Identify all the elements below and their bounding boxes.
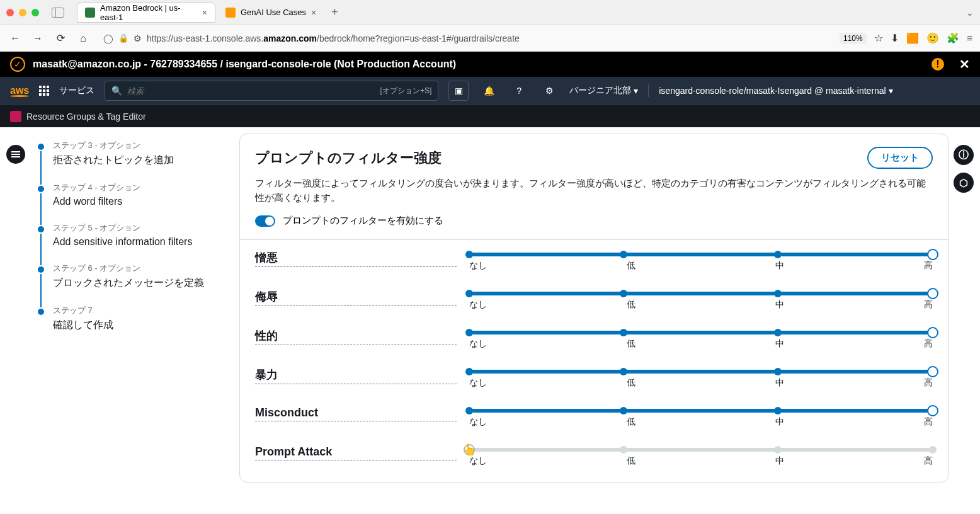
sidebar-hamburger-button[interactable] xyxy=(6,145,25,164)
resource-groups-bar[interactable]: Resource Groups & Tag Editor xyxy=(0,105,980,127)
url-field[interactable]: ◯ 🔒 ⚙ https://us-east-1.console.aws.amaz… xyxy=(98,33,832,43)
browser-tab-bar: Amazon Bedrock | us-east-1 × GenAI Use C… xyxy=(0,0,980,25)
notifications-icon[interactable]: 🔔 xyxy=(479,81,499,101)
slider-tick xyxy=(620,407,627,414)
filter-name: Prompt Attack xyxy=(255,445,457,460)
wizard-sidebar: ステップ 3 - オプション拒否されたトピックを追加ステップ 4 - オプション… xyxy=(0,127,233,514)
filter-strength-panel: プロンプトのフィルター強度 リセット フィルター強度によってフィルタリングの度合… xyxy=(239,134,949,483)
close-tab-icon[interactable]: × xyxy=(311,8,316,18)
slider-label-mid: 中 xyxy=(775,260,784,271)
slider-tick xyxy=(620,329,627,336)
filter-slider[interactable]: なし低中高 xyxy=(469,250,933,271)
close-tab-icon[interactable]: × xyxy=(202,8,207,18)
filter-slider[interactable]: 👆なし低中高 xyxy=(469,445,933,467)
slider-label-high: 高 xyxy=(924,416,933,428)
warning-icon[interactable]: ! xyxy=(932,58,944,71)
slider-label-mid: 中 xyxy=(775,338,784,350)
slider-label-low: 低 xyxy=(627,299,635,311)
extension-icon[interactable]: 🟧 xyxy=(906,32,919,44)
step-title: 確認して作成 xyxy=(53,319,220,332)
step-label: ステップ 5 - オプション xyxy=(53,222,220,234)
help-icon[interactable]: ? xyxy=(509,81,529,101)
forward-button[interactable]: → xyxy=(30,33,45,44)
slider-thumb[interactable] xyxy=(927,249,938,260)
search-input[interactable] xyxy=(127,86,375,96)
filter-name: Misconduct xyxy=(255,406,457,421)
tab-favicon-icon xyxy=(85,8,95,18)
enable-filter-toggle[interactable] xyxy=(255,215,275,227)
slider-tick xyxy=(620,290,627,297)
settings-icon[interactable]: ⚙ xyxy=(539,81,559,101)
search-box[interactable]: 🔍 [オプション+S] xyxy=(105,81,438,101)
main-content: ⓘ ⬡ ステップ 3 - オプション拒否されたトピックを追加ステップ 4 - オ… xyxy=(0,127,980,514)
slider-label-high: 高 xyxy=(924,260,933,271)
minimize-window-button[interactable] xyxy=(19,9,26,16)
filter-row: 暴力なし低中高 xyxy=(255,367,933,389)
services-grid-icon[interactable] xyxy=(39,86,49,96)
home-button[interactable]: ⌂ xyxy=(76,33,91,44)
step-title: Add sensitive information filters xyxy=(53,236,220,248)
tabs-overflow-icon[interactable]: ⌄ xyxy=(966,8,974,18)
filter-row: Prompt Attack👆なし低中高 xyxy=(255,445,933,467)
slider-thumb[interactable] xyxy=(927,288,938,299)
browser-tab-active[interactable]: Amazon Bedrock | us-east-1 × xyxy=(77,3,215,23)
browser-toolbar: ← → ⟳ ⌂ ◯ 🔒 ⚙ https://us-east-1.console.… xyxy=(0,25,980,52)
services-link[interactable]: サービス xyxy=(59,85,94,96)
bookmark-icon[interactable]: ☆ xyxy=(874,32,883,44)
wizard-step[interactable]: ステップ 3 - オプション拒否されたトピックを追加 xyxy=(38,140,220,167)
info-button[interactable]: ⓘ xyxy=(954,145,974,165)
cloudshell-icon[interactable]: ▣ xyxy=(448,81,469,101)
filter-name: 侮辱 xyxy=(255,289,457,306)
back-button[interactable]: ← xyxy=(8,33,23,44)
reset-button[interactable]: リセット xyxy=(867,147,933,169)
region-selector[interactable]: バージニア北部▾ xyxy=(569,85,638,96)
panel-description: フィルター強度によってフィルタリングの度合いが決まります。フィルター強度が高いほ… xyxy=(255,176,933,205)
wizard-step[interactable]: ステップ 4 - オプションAdd word filters xyxy=(38,182,220,207)
slider-thumb[interactable] xyxy=(927,366,938,377)
aws-nav-bar: aws サービス 🔍 [オプション+S] ▣ 🔔 ? ⚙ バージニア北部▾ is… xyxy=(0,77,980,105)
filter-slider[interactable]: なし低中高 xyxy=(469,367,933,389)
slider-tick xyxy=(465,290,473,297)
slider-tick xyxy=(774,446,782,454)
close-window-button[interactable] xyxy=(6,9,14,16)
download-icon[interactable]: ⬇ xyxy=(891,32,899,44)
wizard-step[interactable]: ステップ 6 - オプションブロックされたメッセージを定義 xyxy=(38,263,220,290)
role-selector[interactable]: isengard-console-role/masatk-Isengard @ … xyxy=(659,86,892,96)
slider-label-mid: 中 xyxy=(775,416,784,428)
extension-icon[interactable]: 🙂 xyxy=(926,32,939,44)
slider-label-high: 高 xyxy=(924,455,933,467)
panel-title: プロンプトのフィルター強度 xyxy=(255,149,442,168)
wizard-step[interactable]: ステップ 5 - オプションAdd sensitive information … xyxy=(38,222,220,248)
filter-slider[interactable]: なし低中高 xyxy=(469,406,933,428)
filter-row: 性的なし低中高 xyxy=(255,328,933,350)
slider-thumb[interactable] xyxy=(927,327,938,338)
slider-label-low: 低 xyxy=(627,377,635,389)
slider-tick xyxy=(774,251,782,258)
filter-slider[interactable]: なし低中高 xyxy=(469,289,933,311)
slider-tick xyxy=(465,407,473,414)
step-title: ブロックされたメッセージを定義 xyxy=(53,277,220,290)
sidebar-toggle-icon[interactable] xyxy=(52,8,64,18)
reload-button[interactable]: ⟳ xyxy=(53,32,68,44)
filter-slider[interactable]: なし低中高 xyxy=(469,328,933,350)
slider-tick xyxy=(620,446,627,454)
filter-row: 侮辱なし低中高 xyxy=(255,289,933,311)
shield-icon: ◯ xyxy=(103,33,113,43)
close-banner-icon[interactable]: ✕ xyxy=(959,57,970,72)
slider-thumb[interactable] xyxy=(927,405,938,416)
step-label: ステップ 4 - オプション xyxy=(53,182,220,193)
slider-label-none: なし xyxy=(469,455,487,467)
content-area: プロンプトのフィルター強度 リセット フィルター強度によってフィルタリングの度合… xyxy=(233,127,980,514)
maximize-window-button[interactable] xyxy=(31,9,39,16)
browser-tab[interactable]: GenAI Use Cases × xyxy=(218,3,324,23)
zoom-badge[interactable]: 110% xyxy=(840,33,867,44)
settings-floating-button[interactable]: ⬡ xyxy=(954,173,974,193)
menu-icon[interactable]: ≡ xyxy=(967,33,972,44)
url-text: https://us-east-1.console.aws.amazon.com… xyxy=(147,33,520,43)
wizard-step[interactable]: ステップ 7確認して作成 xyxy=(38,305,220,332)
new-tab-button[interactable]: + xyxy=(331,6,338,19)
step-label: ステップ 3 - オプション xyxy=(53,140,220,151)
slider-label-none: なし xyxy=(469,299,487,311)
extensions-icon[interactable]: 🧩 xyxy=(947,32,959,44)
aws-logo[interactable]: aws xyxy=(10,85,29,97)
